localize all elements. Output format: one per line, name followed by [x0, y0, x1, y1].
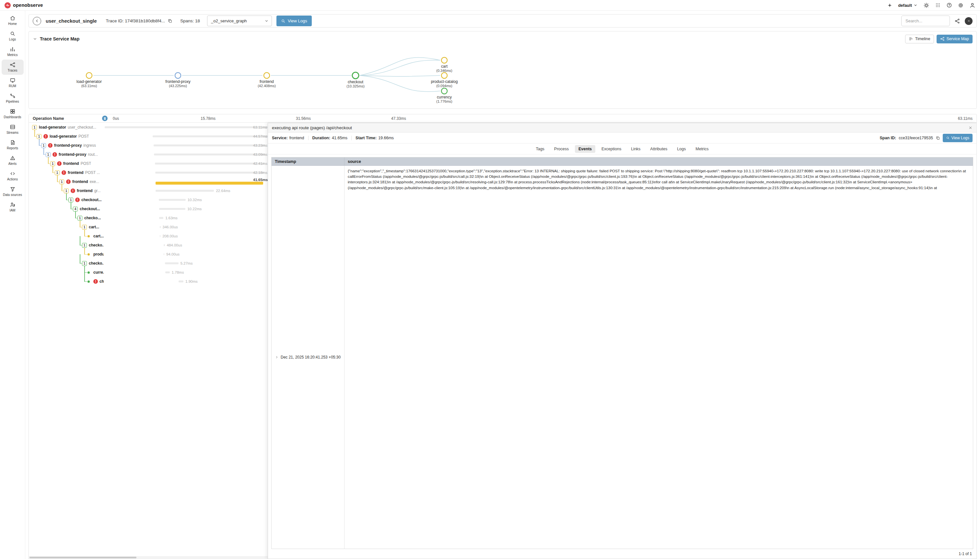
back-button[interactable]	[33, 17, 41, 25]
span-duration-label: 41.65ms	[253, 177, 268, 183]
span-count-badge[interactable]: 1	[68, 198, 73, 202]
span-duration-bar[interactable]	[164, 253, 164, 255]
span-service-name: produ...	[93, 252, 104, 256]
streams-icon	[10, 124, 15, 130]
service-node-currency[interactable]: currency (1.776ms)	[436, 88, 453, 103]
stream-selector[interactable]: _o2_service_graph	[207, 15, 272, 26]
sidebar-item-actions[interactable]: Actions	[2, 169, 24, 184]
span-count-badge[interactable]: 1	[82, 261, 87, 266]
span-duration-bar[interactable]	[156, 190, 214, 192]
sidebar-item-label: Logs	[9, 38, 16, 41]
span-duration-bar[interactable]	[154, 154, 265, 155]
collapse-section-icon[interactable]	[33, 36, 37, 41]
view-logs-button[interactable]: View Logs	[277, 15, 312, 26]
dashboards-icon	[10, 109, 15, 114]
sidebar-item-pipelines[interactable]: Pipelines	[2, 91, 24, 106]
iam-icon	[10, 202, 15, 208]
span-duration-bar[interactable]	[165, 271, 170, 273]
service-node-frontend-proxy[interactable]: frontend-proxy (43.225ms)	[165, 73, 190, 88]
service-node-load-generator[interactable]: load-generator (63.11ms)	[76, 73, 102, 88]
service-node-product-catalog[interactable]: product-catalog (0.094ms)	[431, 73, 458, 88]
error-icon: !	[93, 279, 98, 280]
sidebar-item-alerts[interactable]: Alerts	[2, 153, 24, 168]
span-count-badge[interactable]: 1	[55, 170, 60, 175]
stream-selector-value: _o2_service_graph	[211, 18, 247, 23]
sidebar-item-dashboards[interactable]: Dashboards	[2, 106, 24, 121]
logo[interactable]: openobserve	[5, 2, 43, 8]
openobserve-app: { "app": { "logo_text": "openobserve", "…	[0, 0, 490, 280]
tree-connector	[80, 254, 80, 263]
span-duration-bar[interactable]	[155, 172, 264, 174]
span-dot	[88, 253, 90, 256]
tree-connector	[80, 236, 80, 245]
logo-text: openobserve	[13, 3, 43, 8]
span-duration-bar[interactable]	[154, 144, 265, 146]
span-service-name: load-generator	[39, 125, 66, 129]
span-count-badge[interactable]: 1	[82, 243, 87, 248]
service-node-circle[interactable]	[352, 72, 359, 79]
service-node-checkout[interactable]: checkout (10.325ms)	[347, 72, 365, 88]
service-node-circle[interactable]	[264, 73, 270, 78]
span-operation: POST	[81, 161, 91, 166]
chevron-left-icon	[35, 18, 40, 23]
span-count-badge[interactable]: 1	[46, 152, 51, 157]
span-duration-bar[interactable]	[160, 235, 161, 237]
sidebar-item-traces[interactable]: Traces	[2, 60, 24, 75]
sidebar-item-label: RUM	[9, 84, 16, 88]
span-duration-bar[interactable]	[159, 217, 163, 219]
span-count-badge[interactable]: 1	[59, 179, 64, 184]
column-resize-handle[interactable]	[102, 116, 108, 121]
span-operation: rout...	[88, 152, 98, 157]
service-node-duration: (43.225ms)	[169, 84, 187, 88]
service-node-circle[interactable]	[175, 73, 181, 78]
service-node-circle[interactable]	[86, 73, 92, 78]
service-node-circle[interactable]	[441, 88, 447, 94]
rum-icon	[10, 78, 15, 83]
span-count-badge[interactable]: 1	[36, 134, 41, 139]
span-count-badge[interactable]: 1	[32, 125, 37, 130]
span-count-badge[interactable]: 1	[64, 189, 69, 194]
service-edge	[360, 76, 440, 76]
span-duration-bar[interactable]	[164, 244, 165, 246]
span-duration-bar[interactable]	[153, 136, 268, 137]
sidebar-item-logs[interactable]: Logs	[2, 28, 24, 44]
sidebar-item-label: Pipelines	[6, 100, 19, 103]
span-duration-bar[interactable]	[159, 208, 186, 210]
span-duration-bar[interactable]	[156, 182, 263, 185]
span-duration-bar[interactable]	[165, 262, 179, 264]
sidebar-item-iam[interactable]: IAM	[2, 200, 24, 215]
waterfall-header: Operation Name 0us15.78ms31.56ms47.33ms6…	[29, 114, 490, 123]
span-count-badge[interactable]: 1	[50, 161, 55, 166]
tree-connector	[84, 236, 87, 237]
sidebar-item-home[interactable]: Home	[2, 13, 24, 28]
sidebar-item-metrics[interactable]: Metrics	[2, 44, 24, 59]
span-duration-bar[interactable]	[155, 162, 264, 165]
sidebar-item-rum[interactable]: RUM	[2, 75, 24, 90]
span-count-badge[interactable]: 1	[78, 216, 82, 220]
service-node-frontend[interactable]: frontend (42.408ms)	[258, 73, 276, 88]
span-duration-bar[interactable]	[104, 126, 268, 128]
event-timestamp-cell[interactable]: Dec 21, 2025 16:20:41.253 +05:30	[272, 166, 345, 280]
sidebar-item-label: Home	[8, 22, 17, 26]
span-duration-bar[interactable]	[159, 199, 186, 201]
sidebar-item-data-sources[interactable]: Data sources	[2, 184, 24, 199]
service-node-circle[interactable]	[441, 73, 447, 78]
sidebar-item-streams[interactable]: Streams	[2, 122, 24, 137]
span-count-badge[interactable]: 4	[73, 207, 78, 212]
copy-trace-id-button[interactable]	[167, 18, 172, 23]
span-service-name: cart...	[89, 225, 99, 229]
reports-icon	[10, 140, 15, 146]
service-node-name: checkout	[348, 80, 364, 84]
sidebar-item-reports[interactable]: Reports	[2, 137, 24, 152]
span-duration-label: 1.90ms	[186, 277, 198, 280]
span-label: !frontendgr...	[71, 186, 101, 195]
service-node-name: frontend-proxy	[165, 79, 190, 84]
events-table-row: Dec 21, 2025 16:20:41.253 +05:30 {"name"…	[272, 166, 490, 280]
span-count-badge[interactable]: 1	[41, 143, 46, 148]
span-duration-bar[interactable]	[160, 226, 161, 228]
error-icon: !	[75, 198, 80, 202]
service-node-cart[interactable]: cart (0.346ms)	[436, 57, 453, 73]
span-duration-label: 5.27ms	[181, 259, 193, 268]
service-node-circle[interactable]	[441, 57, 447, 63]
span-count-badge[interactable]: 1	[82, 225, 87, 230]
